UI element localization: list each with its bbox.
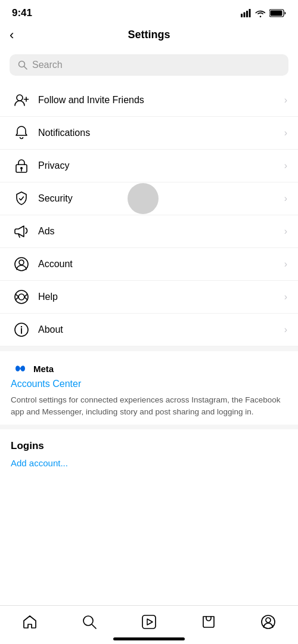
chevron-icon-follow-invite: › (284, 95, 287, 106)
svg-line-20 (16, 298, 18, 299)
wifi-icon (255, 9, 266, 17)
chevron-icon-about: › (284, 324, 287, 335)
nav-shop[interactable] (191, 612, 226, 632)
svg-line-19 (25, 295, 27, 296)
signal-icon (241, 9, 252, 17)
meta-infinity-icon (11, 363, 30, 374)
logins-section: Logins Add account... (0, 425, 298, 470)
meta-label: Meta (33, 364, 54, 374)
chevron-icon-ads: › (284, 226, 287, 237)
info-icon (11, 322, 32, 338)
add-account-link[interactable]: Add account... (11, 458, 287, 468)
lifebuoy-icon (11, 289, 32, 305)
svg-rect-5 (271, 11, 283, 16)
reels-icon (141, 614, 157, 630)
accounts-center-link[interactable]: Accounts Center (11, 379, 287, 389)
meta-logo: Meta (11, 363, 287, 374)
chevron-icon-privacy: › (284, 160, 287, 171)
nav-search[interactable] (72, 612, 107, 632)
page-header: ‹ Settings (0, 23, 298, 49)
chevron-icon-notifications: › (284, 128, 287, 138)
chevron-icon-account: › (284, 259, 287, 270)
status-bar: 9:41 (0, 0, 298, 23)
svg-line-21 (25, 298, 27, 299)
status-time: 9:41 (12, 7, 32, 19)
status-icons (241, 9, 286, 17)
search-container: Search (0, 49, 298, 84)
page-title: Settings (128, 29, 170, 41)
svg-point-17 (18, 294, 24, 300)
menu-item-help[interactable]: Help › (0, 281, 298, 314)
svg-rect-27 (142, 615, 156, 628)
nav-reels[interactable] (132, 612, 166, 632)
back-button[interactable]: ‹ (10, 27, 14, 43)
chevron-icon-help: › (284, 292, 287, 302)
menu-item-notifications[interactable]: Notifications › (0, 117, 298, 150)
search-placeholder: Search (32, 60, 63, 70)
menu-item-security[interactable]: Security › (0, 182, 298, 215)
svg-line-7 (24, 67, 27, 70)
svg-line-26 (92, 625, 97, 629)
search-icon (18, 60, 27, 70)
svg-point-24 (21, 326, 22, 327)
menu-item-label-notifications: Notifications (38, 128, 280, 138)
profile-icon (260, 614, 276, 630)
svg-point-8 (17, 95, 23, 101)
svg-rect-2 (246, 11, 248, 17)
svg-rect-1 (244, 13, 246, 18)
search-nav-icon (82, 614, 97, 630)
follow-icon (11, 92, 32, 108)
nav-home[interactable] (13, 612, 47, 632)
meta-description: Control settings for connected experienc… (11, 394, 287, 419)
search-box[interactable]: Search (10, 54, 288, 76)
home-indicator (113, 637, 185, 640)
svg-rect-0 (241, 14, 243, 17)
chevron-icon-security: › (284, 193, 287, 204)
menu-item-label-help: Help (38, 292, 280, 302)
person-circle-icon (11, 256, 32, 272)
svg-point-15 (19, 260, 24, 265)
svg-point-30 (266, 618, 271, 623)
menu-item-label-about: About (38, 324, 280, 335)
menu-item-label-security: Security (38, 193, 280, 204)
menu-item-label-privacy: Privacy (38, 160, 280, 171)
menu-item-account[interactable]: Account › (0, 248, 298, 281)
svg-marker-28 (147, 619, 153, 625)
nav-profile[interactable] (251, 612, 285, 632)
menu-item-follow-invite[interactable]: Follow and Invite Friends › (0, 84, 298, 117)
logins-title: Logins (11, 440, 287, 452)
home-icon (22, 614, 38, 630)
svg-rect-3 (249, 9, 251, 17)
menu-list: Follow and Invite Friends › Notification… (0, 84, 298, 346)
menu-item-about[interactable]: About › (0, 314, 298, 346)
menu-item-label-follow-invite: Follow and Invite Friends (38, 95, 280, 106)
menu-item-label-ads: Ads (38, 226, 280, 237)
shop-icon (201, 614, 216, 630)
lock-icon (11, 158, 32, 174)
menu-item-label-account: Account (38, 259, 280, 270)
shield-icon (11, 191, 32, 206)
menu-item-ads[interactable]: Ads › (0, 215, 298, 248)
bell-icon (11, 125, 32, 141)
meta-section: Meta Accounts Center Control settings fo… (0, 346, 298, 425)
svg-point-25 (83, 616, 93, 626)
svg-line-18 (16, 295, 18, 296)
svg-point-16 (15, 290, 28, 304)
battery-icon (269, 9, 286, 17)
menu-item-privacy[interactable]: Privacy › (0, 150, 298, 182)
megaphone-icon (11, 224, 32, 239)
